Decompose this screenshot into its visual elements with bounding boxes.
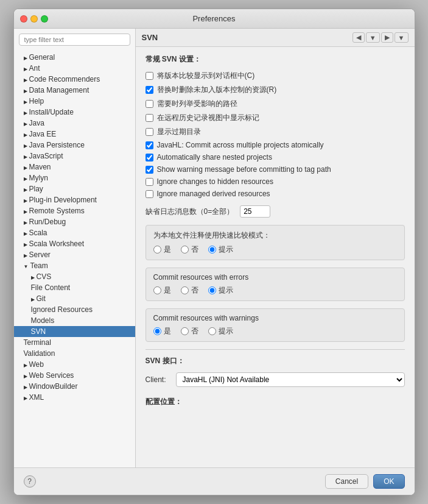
traffic-lights (20, 15, 48, 23)
sidebar-item-java-persistence[interactable]: Java Persistence (14, 140, 135, 151)
checkbox-9[interactable] (146, 178, 153, 186)
checkbox-4[interactable] (146, 114, 153, 122)
checkbox-5[interactable] (146, 128, 153, 136)
radio-group-1: 为本地文件注释使用快速比较模式： 是 否 提示 (146, 225, 405, 260)
log-field-input[interactable] (240, 205, 270, 218)
sidebar-item-play[interactable]: Play (14, 183, 135, 194)
checkbox-8[interactable] (146, 166, 153, 174)
radio-2-no[interactable] (181, 286, 189, 294)
sidebar-item-code-recommenders[interactable]: Code Recommenders (14, 74, 135, 85)
radio-3-option-prompt[interactable]: 提示 (208, 326, 233, 336)
radio-1-prompt[interactable] (208, 246, 216, 254)
config-location-section: 配置位置： (146, 397, 405, 407)
sidebar-item-svn[interactable]: SVN (14, 326, 135, 337)
radio-2-option-yes[interactable]: 是 (153, 285, 171, 296)
checkbox-10[interactable] (146, 190, 153, 198)
titlebar: Preferences (14, 9, 415, 29)
sidebar-item-scala[interactable]: Scala (14, 227, 135, 238)
radio-2-option-prompt[interactable]: 提示 (208, 285, 233, 296)
sidebar-item-scala-worksheet[interactable]: Scala Worksheet (14, 238, 135, 249)
radio-1-yes[interactable] (153, 246, 161, 254)
main-content-area: General Ant Code Recommenders Data Manag… (14, 29, 415, 467)
sidebar-item-team[interactable]: Team (14, 260, 135, 271)
sidebar-item-data-management[interactable]: Data Management (14, 85, 135, 96)
radio-3-no[interactable] (181, 327, 189, 335)
radio-3-option-yes[interactable]: 是 (153, 326, 171, 336)
sidebar-item-web[interactable]: Web (14, 359, 135, 370)
sidebar-item-run-debug[interactable]: Run/Debug (14, 216, 135, 227)
footer-buttons: Cancel OK (325, 474, 405, 489)
radio-1-no[interactable] (181, 246, 189, 254)
sidebar-item-cvs[interactable]: CVS (14, 271, 135, 282)
checkbox-7[interactable] (146, 154, 153, 161)
radio-1-option-prompt[interactable]: 提示 (208, 244, 233, 255)
radio-group-3: Commit resources with warnings 是 否 提示 (146, 308, 405, 342)
ok-button[interactable]: OK (373, 474, 404, 489)
radio-2-prompt[interactable] (208, 286, 216, 294)
sidebar: General Ant Code Recommenders Data Manag… (14, 29, 136, 467)
nav-dropdown-button[interactable]: ▼ (366, 32, 380, 43)
nav-back-button[interactable]: ◀ (353, 32, 365, 43)
checkbox-row-10: Ignore managed derived resources (146, 190, 405, 198)
sidebar-item-plugin-development[interactable]: Plug-in Development (14, 194, 135, 205)
checkbox-label-8: Show warning message before committing t… (157, 165, 331, 174)
checkbox-label-7: Automatically share nested projects (157, 153, 272, 161)
close-button[interactable] (20, 15, 27, 23)
panel-content: 常规 SVN 设置： 将版本比较显示到对话框中(C) 替换时删除未加入版本控制的… (136, 47, 415, 467)
radio-2-yes[interactable] (153, 286, 161, 294)
checkbox-6[interactable] (146, 141, 153, 149)
radio-group-2-title: Commit resources with errors (153, 273, 397, 282)
panel-header: SVN ◀ ▼ ▶ ▼ (136, 29, 415, 47)
search-input[interactable] (19, 34, 130, 46)
nav-forward-button[interactable]: ▶ (381, 32, 393, 43)
sidebar-item-ignored-resources[interactable]: Ignored Resources (14, 304, 135, 315)
sidebar-item-install-update[interactable]: Install/Update (14, 107, 135, 118)
nav-arrows: ◀ ▼ ▶ ▼ (353, 32, 409, 43)
checkbox-row-5: 显示过期目录 (146, 127, 405, 137)
sidebar-item-models[interactable]: Models (14, 315, 135, 326)
radio-1-option-yes[interactable]: 是 (153, 244, 171, 255)
sidebar-item-general[interactable]: General (14, 52, 135, 63)
radio-3-yes[interactable] (153, 327, 161, 335)
nav-menu-button[interactable]: ▼ (395, 32, 409, 43)
sidebar-item-java-ee[interactable]: Java EE (14, 129, 135, 140)
checkbox-row-2: 替换时删除未加入版本控制的资源(R) (146, 85, 405, 95)
sidebar-item-web-services[interactable]: Web Services (14, 370, 135, 381)
radio-group-2: Commit resources with errors 是 否 提示 (146, 268, 405, 301)
checkbox-row-4: 在远程历史记录视图中显示标记 (146, 113, 405, 123)
footer: ? Cancel OK (14, 467, 415, 495)
radio-group-2-options: 是 否 提示 (153, 285, 397, 296)
radio-2-option-no[interactable]: 否 (181, 285, 198, 296)
radio-3-option-no[interactable]: 否 (181, 326, 198, 336)
sidebar-item-xml[interactable]: XML (14, 392, 135, 403)
sidebar-item-mylyn[interactable]: Mylyn (14, 172, 135, 183)
divider (146, 349, 405, 350)
sidebar-item-help[interactable]: Help (14, 96, 135, 107)
sidebar-item-server[interactable]: Server (14, 249, 135, 260)
cancel-button[interactable]: Cancel (325, 474, 368, 489)
sidebar-item-javascript[interactable]: JavaScript (14, 151, 135, 161)
sidebar-item-java[interactable]: Java (14, 118, 135, 129)
sidebar-item-remote-systems[interactable]: Remote Systems (14, 205, 135, 216)
radio-3-prompt[interactable] (208, 327, 216, 335)
sidebar-item-ant[interactable]: Ant (14, 63, 135, 74)
checkbox-3[interactable] (146, 100, 153, 108)
sidebar-item-validation[interactable]: Validation (14, 348, 135, 359)
sidebar-item-windowbuilder[interactable]: WindowBuilder (14, 381, 135, 392)
main-panel: SVN ◀ ▼ ▶ ▼ 常规 SVN 设置： 将版本比较显示到对话框中(C) 替 (136, 29, 415, 467)
client-select[interactable]: JavaHL (JNI) Not Available SVNKit (Pure … (176, 372, 405, 387)
checkbox-2[interactable] (146, 86, 153, 94)
radio-1-option-no[interactable]: 否 (181, 244, 198, 255)
sidebar-item-file-content[interactable]: File Content (14, 282, 135, 293)
checkbox-row-8: Show warning message before committing t… (146, 165, 405, 174)
sidebar-item-terminal[interactable]: Terminal (14, 337, 135, 348)
sidebar-item-maven[interactable]: Maven (14, 161, 135, 172)
checkbox-label-4: 在远程历史记录视图中显示标记 (157, 113, 259, 123)
sidebar-item-git[interactable]: Git (14, 293, 135, 304)
minimize-button[interactable] (30, 15, 38, 23)
checkbox-1[interactable] (146, 72, 153, 80)
help-button[interactable]: ? (24, 475, 36, 488)
svn-interface-title: SVN 接口： (146, 356, 405, 366)
zoom-button[interactable] (41, 15, 48, 23)
client-row: Client: JavaHL (JNI) Not Available SVNKi… (146, 372, 405, 387)
